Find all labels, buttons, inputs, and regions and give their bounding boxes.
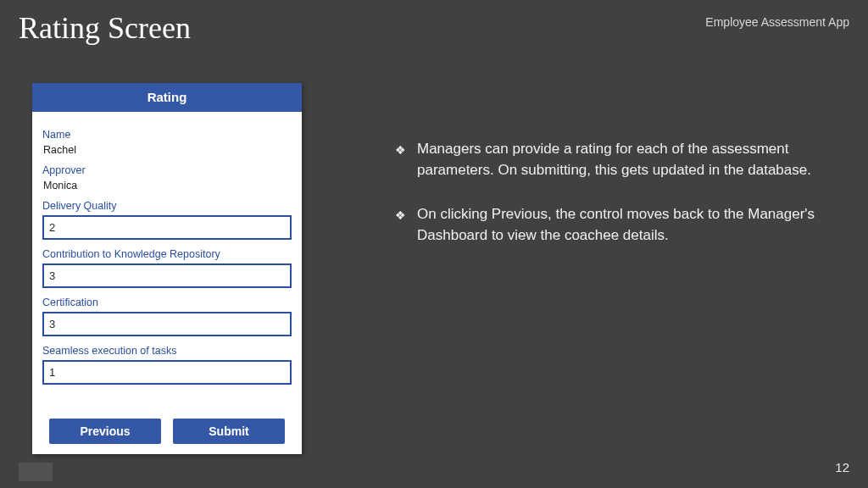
bullet-text: Managers can provide a rating for each o…	[417, 139, 827, 180]
app-name-label: Employee Assessment App	[705, 15, 849, 29]
button-row: Previous Submit	[32, 419, 302, 444]
contribution-label: Contribution to Knowledge Repository	[42, 248, 292, 260]
list-item: ❖ On clicking Previous, the control move…	[395, 204, 827, 246]
rating-form-card: Rating Name Rachel Approver Monica Deliv…	[32, 83, 302, 454]
name-value: Rachel	[43, 144, 292, 156]
delivery-quality-label: Delivery Quality	[42, 200, 292, 212]
previous-button[interactable]: Previous	[49, 419, 161, 444]
seamless-label: Seamless execution of tasks	[42, 345, 292, 357]
certification-label: Certification	[42, 297, 292, 308]
form-body: Name Rachel Approver Monica Delivery Qua…	[32, 112, 302, 385]
certification-input[interactable]	[42, 312, 292, 336]
form-header: Rating	[32, 83, 302, 112]
page-number: 12	[835, 460, 849, 474]
approver-label: Approver	[42, 164, 292, 176]
list-item: ❖ Managers can provide a rating for each…	[395, 139, 827, 180]
diamond-bullet-icon: ❖	[395, 141, 417, 180]
diamond-bullet-icon: ❖	[395, 207, 417, 246]
submit-button[interactable]: Submit	[173, 419, 285, 444]
seamless-input[interactable]	[42, 360, 292, 385]
bullet-text: On clicking Previous, the control moves …	[417, 204, 827, 246]
footer-mark	[19, 463, 53, 481]
slide-title: Rating Screen	[19, 10, 191, 46]
approver-value: Monica	[43, 180, 292, 191]
contribution-input[interactable]	[42, 263, 292, 288]
delivery-quality-input[interactable]	[42, 215, 292, 240]
name-label: Name	[42, 129, 292, 141]
bullets-list: ❖ Managers can provide a rating for each…	[395, 139, 827, 270]
